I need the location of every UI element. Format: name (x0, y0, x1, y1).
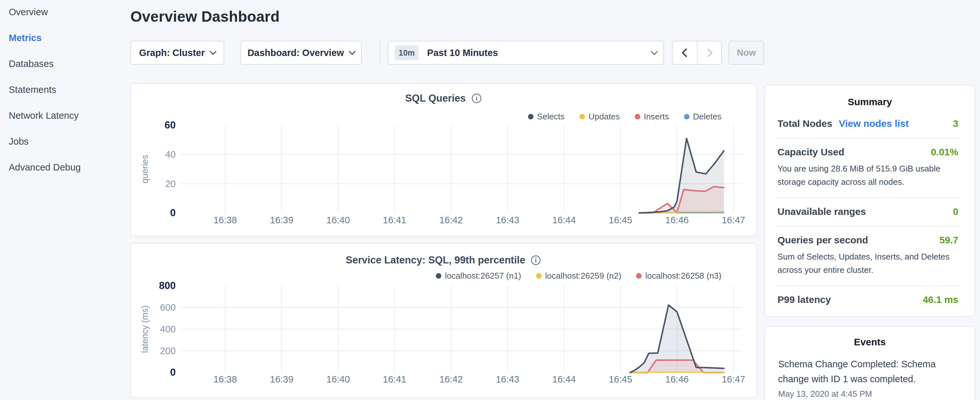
dashboard-dropdown[interactable]: Dashboard: Overview (240, 41, 362, 65)
summary-subtext: Sum of Selects, Updates, Inserts, and De… (778, 250, 958, 277)
legend-item[interactable]: localhost:26258 (n3) (636, 271, 721, 281)
svg-text:16:40: 16:40 (326, 374, 350, 384)
svg-text:16:44: 16:44 (552, 374, 576, 384)
legend-dot-icon (528, 114, 533, 120)
events-panel: Events Schema Change Completed: Schema c… (765, 326, 975, 400)
legend-label: Updates (589, 112, 620, 122)
svg-text:16:46: 16:46 (665, 215, 689, 225)
svg-text:16:38: 16:38 (213, 374, 237, 384)
svg-text:0: 0 (170, 207, 176, 218)
sidebar-item-databases[interactable]: Databases (9, 57, 54, 71)
legend-item[interactable]: Selects (528, 112, 565, 122)
legend-label: localhost:26257 (n1) (445, 271, 521, 281)
summary-row-unavailable-ranges: Unavailable ranges 0 (778, 198, 958, 226)
legend-item[interactable]: Updates (579, 112, 620, 122)
time-range-label: Past 10 Minutes (427, 48, 498, 58)
legend-dot-icon (635, 114, 640, 120)
svg-text:16:47: 16:47 (722, 374, 745, 384)
sidebar-item-advanced-debug[interactable]: Advanced Debug (9, 160, 81, 174)
sql-queries-card: 020406016:3816:3916:4016:4116:4216:4316:… (130, 83, 757, 236)
svg-text:16:41: 16:41 (383, 374, 406, 384)
svg-text:i: i (476, 95, 477, 102)
summary-title: Summary (765, 96, 975, 107)
summary-label: Capacity Used (778, 147, 845, 158)
svg-text:i: i (535, 257, 537, 264)
chevron-left-icon (679, 47, 690, 58)
sidebar-item-jobs[interactable]: Jobs (9, 134, 29, 148)
page-title: Overview Dashboard (130, 8, 280, 25)
summary-label: Unavailable ranges (778, 206, 866, 217)
svg-text:16:41: 16:41 (383, 215, 406, 225)
legend-dot-icon (636, 273, 641, 279)
legend-label: Deletes (693, 112, 721, 122)
legend-item[interactable]: Deletes (684, 112, 721, 122)
chevron-down-icon (210, 48, 216, 55)
legend-item[interactable]: Inserts (635, 112, 669, 122)
svg-text:16:43: 16:43 (496, 215, 519, 225)
svg-text:16:46: 16:46 (665, 374, 689, 384)
svg-text:800: 800 (159, 280, 176, 291)
chart-title: SQL Queries (405, 92, 466, 104)
events-title: Events (765, 336, 975, 347)
chevron-down-icon (651, 48, 658, 55)
time-range-dropdown[interactable]: 10m Past 10 Minutes (388, 41, 664, 65)
svg-text:20: 20 (165, 178, 176, 189)
svg-text:16:38: 16:38 (213, 215, 237, 225)
event-item[interactable]: Schema Change Completed: Schema change w… (778, 357, 962, 399)
time-range-badge: 10m (395, 45, 418, 60)
service-latency-card: 020040060080016:3816:3916:4016:4116:4216… (130, 243, 757, 398)
controls-divider (380, 41, 380, 65)
svg-text:400: 400 (160, 324, 176, 334)
svg-text:200: 200 (160, 346, 176, 356)
summary-row-capacity-used: Capacity Used 0.01% You are using 28.6 M… (778, 138, 958, 198)
legend-item[interactable]: localhost:26259 (n2) (536, 271, 622, 281)
sidebar-item-overview[interactable]: Overview (9, 5, 48, 19)
sidebar-item-statements[interactable]: Statements (9, 83, 56, 97)
svg-text:16:45: 16:45 (609, 374, 633, 384)
prev-time-button[interactable] (673, 41, 697, 64)
summary-value: 0.01% (931, 147, 958, 158)
graph-scope-dropdown[interactable]: Graph: Cluster (130, 41, 224, 65)
svg-text:16:44: 16:44 (552, 215, 576, 225)
chevron-down-icon (349, 48, 356, 55)
event-message: Schema Change Completed: Schema change w… (778, 357, 962, 386)
chart-legend: SelectsUpdatesInsertsDeletes (528, 112, 721, 122)
summary-value: 59.7 (940, 234, 958, 245)
svg-text:queries: queries (140, 155, 150, 183)
dashboard-label: Dashboard: Overview (248, 48, 344, 58)
graph-scope-label: Graph: Cluster (139, 48, 205, 58)
summary-panel: Summary Total Nodes View nodes list 3 Ca… (765, 85, 975, 317)
sidebar-item-metrics[interactable]: Metrics (9, 31, 42, 45)
summary-row-queries-per-second: Queries per second 59.7 Sum of Selects, … (778, 226, 958, 285)
sidebar-item-network-latency[interactable]: Network Latency (9, 108, 79, 123)
next-time-button[interactable] (697, 41, 721, 64)
svg-text:latency (ms): latency (ms) (140, 305, 150, 353)
legend-dot-icon (536, 273, 542, 279)
now-button[interactable]: Now (729, 41, 764, 65)
svg-text:16:39: 16:39 (270, 374, 293, 384)
summary-value: 0 (953, 206, 958, 217)
event-timestamp: May 13, 2020 at 4:45 PM (778, 389, 962, 399)
summary-label: P99 latency (778, 294, 831, 305)
summary-label: Total Nodes (778, 118, 832, 129)
chevron-right-icon (704, 47, 715, 58)
legend-label: Selects (537, 112, 565, 122)
summary-label: Queries per second (778, 234, 868, 245)
summary-row-p99-latency: P99 latency 46.1 ms (778, 285, 958, 314)
legend-dot-icon (579, 114, 585, 120)
svg-text:40: 40 (165, 149, 176, 159)
view-nodes-list-link[interactable]: View nodes list (838, 118, 908, 129)
service-latency-chart[interactable]: 020040060080016:3816:3916:4016:4116:4216… (131, 244, 756, 397)
summary-value: 46.1 ms (923, 294, 958, 305)
legend-label: Inserts (644, 112, 669, 122)
legend-label: localhost:26258 (n3) (645, 271, 721, 281)
sql-queries-chart[interactable]: 020406016:3816:3916:4016:4116:4216:4316:… (131, 84, 756, 236)
info-icon[interactable]: i (471, 93, 482, 104)
legend-dot-icon (684, 114, 689, 120)
summary-row-total-nodes: Total Nodes View nodes list 3 (778, 110, 958, 138)
summary-subtext: You are using 28.6 MiB of 515.9 GiB usab… (778, 162, 958, 189)
summary-value: 3 (953, 118, 958, 129)
sidebar: Overview Metrics Databases Statements Ne… (0, 0, 129, 400)
legend-item[interactable]: localhost:26257 (n1) (436, 271, 521, 281)
info-icon[interactable]: i (530, 255, 541, 266)
